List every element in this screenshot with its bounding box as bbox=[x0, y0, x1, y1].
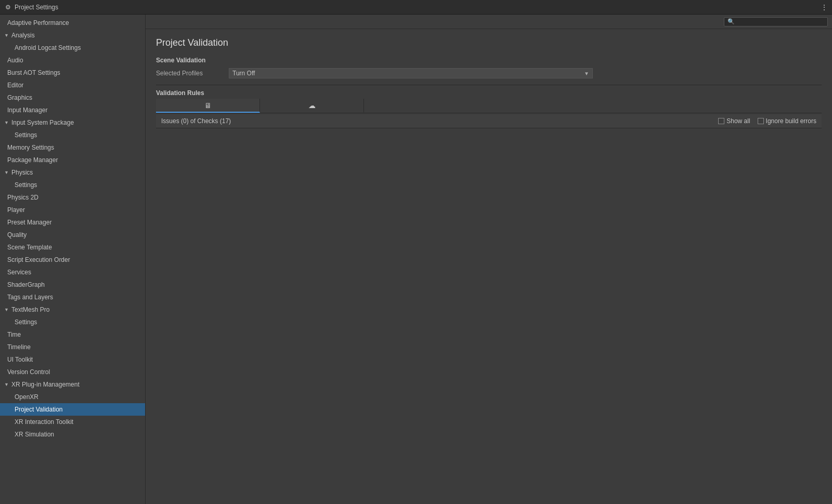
sidebar-group-xr-plugin-management[interactable]: XR Plug-in Management bbox=[0, 378, 145, 391]
sidebar-item-ui-toolkit[interactable]: UI Toolkit bbox=[0, 353, 145, 366]
divider bbox=[156, 85, 822, 85]
sidebar-item-xr-interaction-toolkit[interactable]: XR Interaction Toolkit bbox=[0, 416, 145, 428]
sidebar-item-input-settings[interactable]: Settings bbox=[0, 129, 145, 141]
window-title: Project Settings bbox=[15, 4, 58, 11]
content-topbar: 🔍 bbox=[146, 15, 832, 29]
tab-cloud[interactable]: ☁ bbox=[260, 99, 364, 113]
show-all-label: Show all bbox=[726, 117, 750, 125]
content-area: 🔍 Project Validation Scene Validation Se… bbox=[146, 15, 832, 504]
sidebar-item-xr-simulation[interactable]: XR Simulation bbox=[0, 428, 145, 441]
sidebar-item-services[interactable]: Services bbox=[0, 266, 145, 278]
sidebar-item-android-logcat[interactable]: Android Logcat Settings bbox=[0, 42, 145, 54]
scene-validation-label: Scene Validation bbox=[156, 57, 822, 64]
issues-text: Issues (0) of Checks (17) bbox=[161, 117, 718, 125]
sidebar-item-audio[interactable]: Audio bbox=[0, 54, 145, 67]
main-container: Adaptive PerformanceAnalysisAndroid Logc… bbox=[0, 15, 832, 504]
analysis-arrow-icon bbox=[4, 31, 10, 40]
sidebar-item-tags-and-layers[interactable]: Tags and Layers bbox=[0, 291, 145, 303]
validation-rules-label: Validation Rules bbox=[156, 89, 822, 97]
sidebar-item-time[interactable]: Time bbox=[0, 328, 145, 341]
selected-profiles-row: Selected Profiles Turn Off ▼ bbox=[156, 68, 822, 78]
ignore-build-errors-checkbox[interactable]: Ignore build errors bbox=[758, 117, 816, 125]
sidebar-group-textmesh-pro[interactable]: TextMesh Pro bbox=[0, 303, 145, 316]
ignore-build-errors-checkbox-box[interactable] bbox=[758, 118, 764, 124]
textmesh-pro-arrow-icon bbox=[4, 305, 10, 314]
tab-desktop[interactable]: 🖥 bbox=[156, 99, 260, 113]
sidebar-item-input-manager[interactable]: Input Manager bbox=[0, 104, 145, 116]
sidebar-item-player[interactable]: Player bbox=[0, 204, 145, 216]
issues-row: Issues (0) of Checks (17) Show all Ignor… bbox=[156, 114, 822, 128]
desktop-icon: 🖥 bbox=[204, 101, 212, 110]
physics-arrow-icon bbox=[4, 168, 10, 177]
dropdown-arrow-icon: ▼ bbox=[584, 71, 589, 76]
search-icon: 🔍 bbox=[727, 18, 735, 25]
sidebar-group-analysis[interactable]: Analysis bbox=[0, 29, 145, 42]
sidebar-item-physics-2d[interactable]: Physics 2D bbox=[0, 191, 145, 204]
sidebar-item-shadergraph[interactable]: ShaderGraph bbox=[0, 278, 145, 291]
sidebar-item-editor[interactable]: Editor bbox=[0, 79, 145, 91]
gear-icon: ⚙ bbox=[4, 4, 11, 11]
sidebar-item-version-control[interactable]: Version Control bbox=[0, 366, 145, 378]
sidebar-item-burst-aot[interactable]: Burst AOT Settings bbox=[0, 67, 145, 79]
sidebar-group-label-xr-plugin-management: XR Plug-in Management bbox=[11, 380, 80, 389]
sidebar-item-quality[interactable]: Quality bbox=[0, 229, 145, 241]
sidebar-group-label-physics: Physics bbox=[11, 168, 33, 177]
show-all-checkbox[interactable]: Show all bbox=[718, 117, 750, 125]
sidebar-item-graphics[interactable]: Graphics bbox=[0, 91, 145, 104]
show-all-checkbox-box[interactable] bbox=[718, 118, 724, 124]
sidebar-group-input-system-package[interactable]: Input System Package bbox=[0, 116, 145, 129]
sidebar-item-adaptive-performance[interactable]: Adaptive Performance bbox=[0, 17, 145, 29]
sidebar: Adaptive PerformanceAnalysisAndroid Logc… bbox=[0, 15, 146, 504]
sidebar-item-textmesh-settings[interactable]: Settings bbox=[0, 316, 145, 328]
selected-profiles-dropdown[interactable]: Turn Off ▼ bbox=[229, 68, 593, 78]
tabs-bar: 🖥 ☁ bbox=[156, 99, 822, 113]
menu-icon[interactable]: ⋮ bbox=[821, 3, 828, 11]
selected-profiles-label: Selected Profiles bbox=[156, 70, 229, 77]
ignore-build-errors-label: Ignore build errors bbox=[766, 117, 816, 125]
selected-profiles-value: Turn Off bbox=[232, 70, 255, 77]
cloud-icon: ☁ bbox=[308, 101, 316, 110]
sidebar-item-scene-template[interactable]: Scene Template bbox=[0, 241, 145, 254]
scene-validation-section: Scene Validation Selected Profiles Turn … bbox=[156, 57, 822, 78]
sidebar-group-label-analysis: Analysis bbox=[11, 31, 35, 40]
sidebar-group-label-input-system-package: Input System Package bbox=[11, 118, 74, 127]
sidebar-item-memory-settings[interactable]: Memory Settings bbox=[0, 141, 145, 154]
xr-plugin-management-arrow-icon bbox=[4, 380, 10, 389]
sidebar-group-label-textmesh-pro: TextMesh Pro bbox=[11, 305, 49, 314]
sidebar-item-timeline[interactable]: Timeline bbox=[0, 341, 145, 353]
search-input[interactable] bbox=[737, 19, 824, 25]
sidebar-item-package-manager[interactable]: Package Manager bbox=[0, 154, 145, 166]
search-box[interactable]: 🔍 bbox=[724, 17, 828, 26]
checkbox-group: Show all Ignore build errors bbox=[718, 117, 816, 125]
sidebar-group-physics[interactable]: Physics bbox=[0, 166, 145, 179]
content-panel: Project Validation Scene Validation Sele… bbox=[146, 29, 832, 504]
input-system-package-arrow-icon bbox=[4, 118, 10, 127]
sidebar-item-openxr[interactable]: OpenXR bbox=[0, 391, 145, 403]
title-bar: ⚙ Project Settings ⋮ bbox=[0, 0, 832, 15]
sidebar-item-preset-manager[interactable]: Preset Manager bbox=[0, 216, 145, 229]
sidebar-item-script-execution-order[interactable]: Script Execution Order bbox=[0, 254, 145, 266]
sidebar-item-project-validation[interactable]: Project Validation bbox=[0, 403, 145, 416]
sidebar-item-physics-settings[interactable]: Settings bbox=[0, 179, 145, 191]
page-title: Project Validation bbox=[156, 37, 822, 48]
